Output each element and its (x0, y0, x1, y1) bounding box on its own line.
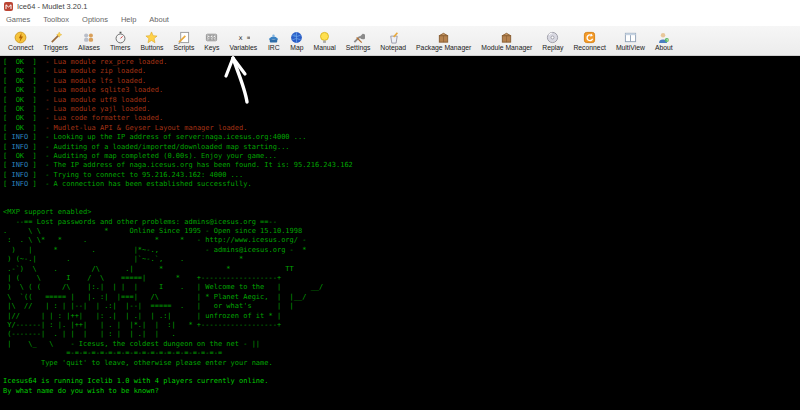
manual-button[interactable]: Manual (309, 30, 341, 52)
console-text-line: : . \ \* * . * * - http://www.icesus.org… (3, 236, 800, 245)
console-log-line: [ OK ] - Lua module utf8 loaded. (3, 96, 800, 105)
scripts-button[interactable]: Scripts (169, 30, 200, 52)
console-text-line: --== Lost passwords and other problems: … (3, 218, 800, 227)
buttons-star-icon (145, 31, 158, 44)
menu-item-toolbox[interactable]: Toolbox (43, 15, 69, 24)
about-button[interactable]: ?About (650, 30, 678, 52)
menu-item-options[interactable]: Options (82, 15, 108, 24)
console-text-line: =-=-=-=-=-=-=-=-=-=-=-=-=-=-=-=-=-=-= (3, 349, 800, 358)
toolbar-button-label: Buttons (140, 44, 163, 51)
settings-tools-icon (352, 31, 365, 44)
console-text-line: | ( \ I / \ =====| * +------------------… (3, 274, 800, 283)
console-log-line: [ OK ] - Auditing of map completed (0.00… (3, 152, 800, 161)
map-button[interactable]: Map (285, 30, 308, 52)
scripts-pencil-icon (177, 31, 190, 44)
notepad-button[interactable]: Notepad (375, 30, 411, 52)
buttons-button[interactable]: Buttons (135, 30, 168, 52)
console-log-line: [ OK ] - Lua module lfs loaded. (3, 77, 800, 86)
connect-button[interactable]: Connect (3, 30, 38, 52)
log-message: - Lua module rex_pcre loaded. (45, 58, 167, 66)
toolbar-button-label: Timers (110, 44, 131, 51)
reconnect-button[interactable]: Reconnect (568, 30, 611, 52)
toolbar-button-label: Replay (542, 44, 563, 51)
console-text-line: | \_ \ - Icesus, the coldest dungeon on … (3, 340, 800, 349)
multiview-button[interactable]: MultiView (611, 30, 650, 52)
toolbar-button-label: Reconnect (573, 44, 606, 51)
console-text-line: Icesus64 is running Icelib 1.0 with 4 pl… (3, 377, 800, 386)
log-tag: OK (16, 86, 24, 94)
log-message: - Lua module yajl loaded. (45, 105, 150, 113)
keys-keyboard-icon (205, 31, 218, 44)
log-tag: OK (16, 67, 24, 75)
log-tag: INFO (11, 180, 28, 188)
menu-item-games[interactable]: Games (6, 15, 30, 24)
console-log-line: [ INFO ] - Auditing of a loaded/imported… (3, 143, 800, 152)
variables-button[interactable]: x =Variables (224, 30, 262, 52)
toolbar-button-label: Keys (204, 44, 219, 51)
variables-icon: x = (237, 31, 250, 44)
log-tag: OK (16, 152, 24, 160)
log-message: - Lua module lfs loaded. (45, 77, 146, 85)
mudlet-logo-icon (4, 2, 13, 11)
console-log-line: [ OK ] - Lua module rex_pcre loaded. (3, 58, 800, 67)
log-message: - The IP address of naga.icesus.org has … (45, 161, 353, 169)
log-message: - Mudlet-lua API & Geyser Layout manager… (45, 124, 247, 132)
settings-button[interactable]: Settings (341, 30, 376, 52)
log-message: - Lua code formatter loaded. (45, 114, 163, 122)
window-title: Ice64 - Mudlet 3.20.1 (17, 2, 87, 11)
log-message: - Auditing of map completed (0.00s). Enj… (45, 152, 277, 160)
log-message: - A connection has been established succ… (45, 180, 252, 188)
aliases-people-icon (82, 31, 95, 44)
irc-phone-icon (267, 31, 280, 44)
console-log-line: [ INFO ] - Trying to connect to 95.216.2… (3, 171, 800, 180)
log-tag: INFO (11, 133, 28, 141)
toolbar-button-label: Triggers (43, 44, 68, 51)
log-tag: OK (16, 124, 24, 132)
toolbar-button-label: Map (290, 44, 303, 51)
menu-item-help[interactable]: Help (121, 15, 136, 24)
replay-disc-icon (546, 31, 559, 44)
module-manager-button[interactable]: Module Manager (476, 30, 537, 52)
about-person-icon: ? (657, 31, 670, 44)
console-text-line: By what name do you wish to be known? (3, 387, 800, 396)
irc-button[interactable]: IRC (262, 30, 285, 52)
toolbar-button-label: MultiView (616, 44, 645, 51)
toolbar-button-label: Variables (229, 44, 257, 51)
console-log-line: [ INFO ] - The IP address of naga.icesus… (3, 161, 800, 170)
log-tag: OK (16, 114, 24, 122)
triggers-button[interactable]: Triggers (38, 30, 73, 52)
titlebar: Ice64 - Mudlet 3.20.1 (0, 0, 800, 13)
log-message: - Lua module sqlite3 loaded. (45, 86, 163, 94)
notepad-icon (387, 31, 400, 44)
game-console[interactable]: [ OK ] - Lua module rex_pcre loaded.[ OK… (0, 56, 800, 410)
map-globe-icon (290, 31, 303, 44)
log-tag: INFO (11, 143, 28, 151)
console-text-line: ) \ ( ( /\ |:.| | | | I . | Welcome to t… (3, 283, 800, 292)
console-log-line: [ OK ] - Lua module sqlite3 loaded. (3, 86, 800, 95)
console-log-line: [ OK ] - Lua code formatter loaded. (3, 114, 800, 123)
console-log-line: [ OK ] - Mudlet-lua API & Geyser Layout … (3, 124, 800, 133)
mudlet-window: Ice64 - Mudlet 3.20.1 GamesToolboxOption… (0, 0, 800, 410)
connect-icon (14, 31, 27, 44)
console-text-line: ) | * . |*~-., - admins@icesus.org - * (3, 246, 800, 255)
console-text-line: |// | | : |++| |: .| | .| | .:| | unfroz… (3, 312, 800, 321)
keys-button[interactable]: Keys (199, 30, 224, 52)
svg-text:x =: x = (238, 33, 250, 41)
console-text-line: ) (~-.| . |`~-.`, . * (3, 255, 800, 264)
aliases-button[interactable]: Aliases (73, 30, 105, 52)
console-text-line: \ `(( ===== | |. :| |===| /\ | * Planet … (3, 293, 800, 302)
toolbar-button-label: IRC (268, 44, 280, 51)
console-log-line: [ INFO ] - A connection has been establi… (3, 180, 800, 189)
log-message: - Looking up the IP address of server:na… (45, 133, 306, 141)
toolbar-button-label: About (655, 44, 673, 51)
toolbar-button-label: Module Manager (481, 44, 532, 51)
toolbar: ConnectTriggersAliasesTimersButtonsScrip… (0, 26, 800, 56)
replay-button[interactable]: Replay (537, 30, 568, 52)
toolbar-button-label: Connect (8, 44, 33, 51)
timers-button[interactable]: Timers (105, 30, 136, 52)
console-blank-line (3, 368, 800, 377)
menu-item-about[interactable]: About (149, 15, 169, 24)
log-tag: OK (16, 96, 24, 104)
package-manager-button[interactable]: Package Manager (411, 30, 476, 52)
console-text-line: |\ // | : | |--| | .:| |--| ===== . | or… (3, 302, 800, 311)
